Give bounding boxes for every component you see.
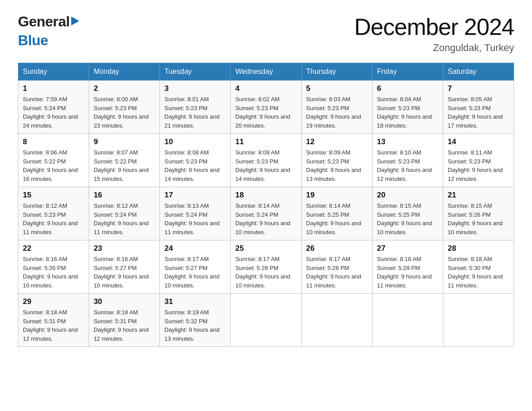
calendar-cell: 24Sunrise: 8:17 AMSunset: 5:27 PMDayligh… — [160, 240, 231, 294]
day-info: Sunrise: 8:17 AMSunset: 5:28 PMDaylight:… — [306, 255, 368, 290]
calendar-cell: 17Sunrise: 8:13 AMSunset: 5:24 PMDayligh… — [160, 187, 231, 240]
day-header-monday: Monday — [89, 63, 160, 81]
day-number: 2 — [94, 84, 155, 93]
day-info: Sunrise: 8:01 AMSunset: 5:23 PMDaylight:… — [164, 95, 226, 130]
calendar-cell: 5Sunrise: 8:03 AMSunset: 5:23 PMDaylight… — [301, 81, 372, 134]
title-area: December 2024 Zonguldak, Turkey — [354, 13, 514, 54]
calendar-cell: 21Sunrise: 8:15 AMSunset: 5:26 PMDayligh… — [443, 187, 514, 240]
svg-marker-0 — [71, 17, 79, 26]
day-header-thursday: Thursday — [301, 63, 372, 81]
day-number: 24 — [164, 244, 226, 253]
calendar-cell: 13Sunrise: 8:10 AMSunset: 5:23 PMDayligh… — [372, 134, 443, 187]
calendar-cell — [231, 294, 301, 347]
day-info: Sunrise: 8:02 AMSunset: 5:23 PMDaylight:… — [235, 95, 296, 130]
logo-arrow-icon — [71, 17, 79, 27]
day-number: 11 — [235, 137, 296, 146]
day-number: 21 — [448, 191, 509, 200]
calendar-cell: 25Sunrise: 8:17 AMSunset: 5:28 PMDayligh… — [231, 240, 301, 294]
day-header-saturday: Saturday — [443, 63, 514, 81]
day-info: Sunrise: 8:16 AMSunset: 5:26 PMDaylight:… — [23, 255, 84, 290]
calendar-table: SundayMondayTuesdayWednesdayThursdayFrid… — [18, 63, 514, 347]
day-info: Sunrise: 8:14 AMSunset: 5:25 PMDaylight:… — [306, 201, 368, 236]
day-info: Sunrise: 8:11 AMSunset: 5:23 PMDaylight:… — [448, 148, 509, 183]
day-number: 5 — [306, 84, 368, 93]
day-number: 10 — [164, 137, 226, 146]
week-row-2: 8Sunrise: 8:06 AMSunset: 5:22 PMDaylight… — [18, 134, 514, 187]
day-number: 7 — [448, 84, 509, 93]
calendar-cell: 8Sunrise: 8:06 AMSunset: 5:22 PMDaylight… — [18, 134, 89, 187]
logo-blue-text: Blue — [18, 32, 48, 49]
calendar-cell: 15Sunrise: 8:12 AMSunset: 5:23 PMDayligh… — [18, 187, 89, 240]
day-number: 4 — [235, 84, 296, 93]
day-header-friday: Friday — [372, 63, 443, 81]
calendar-cell — [301, 294, 372, 347]
day-number: 30 — [94, 297, 155, 306]
calendar-cell: 11Sunrise: 8:09 AMSunset: 5:23 PMDayligh… — [231, 134, 301, 187]
day-info: Sunrise: 8:18 AMSunset: 5:31 PMDaylight:… — [23, 308, 84, 343]
day-info: Sunrise: 7:59 AMSunset: 5:24 PMDaylight:… — [23, 95, 84, 130]
calendar-cell: 7Sunrise: 8:05 AMSunset: 5:23 PMDaylight… — [443, 81, 514, 134]
day-info: Sunrise: 8:09 AMSunset: 5:23 PMDaylight:… — [235, 148, 296, 183]
day-info: Sunrise: 8:10 AMSunset: 5:23 PMDaylight:… — [377, 148, 438, 183]
day-info: Sunrise: 8:18 AMSunset: 5:29 PMDaylight:… — [377, 255, 438, 290]
calendar-cell: 16Sunrise: 8:12 AMSunset: 5:24 PMDayligh… — [89, 187, 160, 240]
calendar-cell: 19Sunrise: 8:14 AMSunset: 5:25 PMDayligh… — [301, 187, 372, 240]
day-number: 3 — [164, 84, 226, 93]
day-number: 12 — [306, 137, 368, 146]
calendar-cell: 1Sunrise: 7:59 AMSunset: 5:24 PMDaylight… — [18, 81, 89, 134]
day-number: 8 — [23, 137, 84, 146]
day-info: Sunrise: 8:15 AMSunset: 5:25 PMDaylight:… — [377, 201, 438, 236]
day-info: Sunrise: 8:08 AMSunset: 5:23 PMDaylight:… — [164, 148, 226, 183]
calendar-cell: 30Sunrise: 8:18 AMSunset: 5:31 PMDayligh… — [89, 294, 160, 347]
calendar-cell: 31Sunrise: 8:19 AMSunset: 5:32 PMDayligh… — [160, 294, 231, 347]
calendar-cell: 6Sunrise: 8:04 AMSunset: 5:23 PMDaylight… — [372, 81, 443, 134]
calendar-cell: 4Sunrise: 8:02 AMSunset: 5:23 PMDaylight… — [231, 81, 301, 134]
day-info: Sunrise: 8:04 AMSunset: 5:23 PMDaylight:… — [377, 95, 438, 130]
day-number: 28 — [448, 244, 509, 253]
calendar-cell — [443, 294, 514, 347]
day-info: Sunrise: 8:03 AMSunset: 5:23 PMDaylight:… — [306, 95, 368, 130]
calendar-cell: 20Sunrise: 8:15 AMSunset: 5:25 PMDayligh… — [372, 187, 443, 240]
day-info: Sunrise: 8:19 AMSunset: 5:32 PMDaylight:… — [164, 308, 226, 343]
calendar-cell: 29Sunrise: 8:18 AMSunset: 5:31 PMDayligh… — [18, 294, 89, 347]
logo-general-text: General — [18, 13, 70, 30]
day-info: Sunrise: 8:18 AMSunset: 5:31 PMDaylight:… — [94, 308, 155, 343]
calendar-cell: 27Sunrise: 8:18 AMSunset: 5:29 PMDayligh… — [372, 240, 443, 294]
day-number: 20 — [377, 191, 438, 200]
week-row-4: 22Sunrise: 8:16 AMSunset: 5:26 PMDayligh… — [18, 240, 514, 294]
day-info: Sunrise: 8:13 AMSunset: 5:24 PMDaylight:… — [164, 201, 226, 236]
day-number: 22 — [23, 244, 84, 253]
day-number: 13 — [377, 137, 438, 146]
day-info: Sunrise: 8:06 AMSunset: 5:22 PMDaylight:… — [23, 148, 84, 183]
day-number: 1 — [23, 84, 84, 93]
day-info: Sunrise: 8:14 AMSunset: 5:24 PMDaylight:… — [235, 201, 296, 236]
calendar-cell: 22Sunrise: 8:16 AMSunset: 5:26 PMDayligh… — [18, 240, 89, 294]
day-number: 16 — [94, 191, 155, 200]
day-info: Sunrise: 8:15 AMSunset: 5:26 PMDaylight:… — [448, 201, 509, 236]
day-header-wednesday: Wednesday — [231, 63, 301, 81]
location-label: Zonguldak, Turkey — [354, 42, 514, 54]
day-info: Sunrise: 8:12 AMSunset: 5:24 PMDaylight:… — [94, 201, 155, 236]
day-info: Sunrise: 8:12 AMSunset: 5:23 PMDaylight:… — [23, 201, 84, 236]
logo: General Blue — [18, 13, 79, 49]
day-number: 18 — [235, 191, 296, 200]
calendar-cell: 28Sunrise: 8:18 AMSunset: 5:30 PMDayligh… — [443, 240, 514, 294]
calendar-cell: 18Sunrise: 8:14 AMSunset: 5:24 PMDayligh… — [231, 187, 301, 240]
calendar-cell: 9Sunrise: 8:07 AMSunset: 5:22 PMDaylight… — [89, 134, 160, 187]
day-info: Sunrise: 8:07 AMSunset: 5:22 PMDaylight:… — [94, 148, 155, 183]
page-header: General Blue December 2024 Zonguldak, Tu… — [18, 13, 514, 54]
day-number: 29 — [23, 297, 84, 306]
day-number: 31 — [164, 297, 226, 306]
calendar-cell: 2Sunrise: 8:00 AMSunset: 5:23 PMDaylight… — [89, 81, 160, 134]
header-row: SundayMondayTuesdayWednesdayThursdayFrid… — [18, 63, 514, 81]
day-number: 27 — [377, 244, 438, 253]
day-info: Sunrise: 8:09 AMSunset: 5:23 PMDaylight:… — [306, 148, 368, 183]
day-number: 25 — [235, 244, 296, 253]
week-row-3: 15Sunrise: 8:12 AMSunset: 5:23 PMDayligh… — [18, 187, 514, 240]
day-info: Sunrise: 8:17 AMSunset: 5:27 PMDaylight:… — [164, 255, 226, 290]
day-number: 19 — [306, 191, 368, 200]
day-header-sunday: Sunday — [18, 63, 89, 81]
day-number: 17 — [164, 191, 226, 200]
day-number: 14 — [448, 137, 509, 146]
calendar-cell: 23Sunrise: 8:16 AMSunset: 5:27 PMDayligh… — [89, 240, 160, 294]
